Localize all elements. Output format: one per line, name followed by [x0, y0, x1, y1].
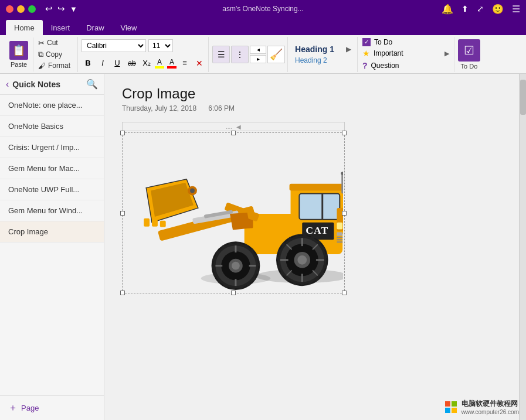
heading1-style[interactable]: Heading 1 ▶ [291, 43, 355, 55]
bullet-list-button[interactable]: ☰ [212, 46, 230, 63]
watermark: 电脑软硬件教程网 www.computer26.com [445, 399, 519, 415]
highlight-color-button[interactable]: A [155, 58, 164, 69]
sidebar-items: OneNote: one place... OneNote Basics Cri… [0, 95, 104, 395]
italic-button[interactable]: I [96, 57, 109, 70]
sidebar-item-crisis[interactable]: Crisis: Urgent / Imp... [0, 137, 104, 158]
ribbon-toolbar: 📋 Paste ✂ Cut ⧉ Copy 🖌 Format Calibri [0, 35, 526, 74]
windows-logo [445, 401, 457, 413]
close-button[interactable] [6, 5, 13, 13]
sidebar-back-icon[interactable]: ‹ [6, 79, 9, 90]
resize-handle-br[interactable] [342, 291, 347, 295]
more-menu-icon[interactable]: ☰ [512, 4, 520, 15]
scrollbar-thumb[interactable] [520, 80, 526, 115]
bold-button[interactable]: B [82, 57, 94, 70]
svg-rect-46 [337, 232, 342, 235]
add-page-icon: ＋ [8, 402, 18, 414]
copy-button[interactable]: ⧉ Copy [37, 49, 72, 60]
important-icon: ★ [362, 49, 370, 58]
svg-rect-7 [290, 184, 343, 191]
sidebar-item-onenote-place[interactable]: OneNote: one place... [0, 95, 104, 116]
sidebar-search-icon[interactable]: 🔍 [86, 78, 98, 90]
subscript-button[interactable]: X₂ [140, 57, 153, 70]
todo-checkbox: ✓ [362, 38, 371, 46]
page-title: Crop Image [122, 86, 501, 102]
time-text: 6:06 PM [208, 104, 235, 112]
paste-button[interactable]: 📋 Paste [5, 37, 33, 71]
resize-handle-tc[interactable] [231, 131, 236, 135]
copy-label: Copy [46, 50, 62, 59]
numbered-list-button[interactable]: ⋮ [231, 46, 249, 63]
format-label: Format [48, 62, 70, 70]
overflow-dots: .... [226, 124, 232, 130]
sidebar: ‹ Quick Notes 🔍 OneNote: one place... On… [0, 74, 104, 420]
watermark-site-name: 电脑软硬件教程网 [461, 399, 519, 409]
minimize-button[interactable] [17, 5, 25, 13]
redo-icon[interactable]: ↪ [57, 4, 65, 14]
svg-rect-48 [337, 239, 342, 240]
font-color-button[interactable]: A [167, 58, 177, 69]
important-tag-label: Important [374, 49, 403, 57]
clear-format-button[interactable]: ✕ [193, 57, 206, 70]
tab-home[interactable]: Home [6, 20, 43, 35]
todo-group: ☑ To Do [454, 37, 484, 72]
svg-rect-18 [160, 221, 166, 227]
increase-indent-button[interactable]: ▸ [250, 55, 266, 63]
resize-handle-bl[interactable] [120, 291, 125, 295]
svg-rect-50 [341, 173, 343, 193]
win-red-quad [445, 401, 450, 407]
resize-handle-tl[interactable] [120, 131, 125, 135]
window-controls[interactable] [6, 5, 36, 13]
sidebar-footer[interactable]: ＋ Page [0, 395, 104, 420]
cut-button[interactable]: ✂ Cut [37, 38, 72, 48]
tab-insert[interactable]: Insert [43, 20, 79, 35]
svg-point-39 [232, 262, 240, 270]
clear-button[interactable]: 🧹 [267, 46, 285, 63]
bell-icon[interactable]: 🔔 [442, 4, 453, 15]
resize-handle-bc[interactable] [231, 291, 236, 295]
underline-button[interactable]: U [111, 57, 124, 70]
image-wrapper: .... ◀ [122, 122, 345, 296]
heading2-style[interactable]: Heading 2 [291, 55, 355, 66]
sidebar-item-onenote-uwp[interactable]: OneNote UWP Full... [0, 179, 104, 200]
win-yellow-quad [452, 408, 457, 413]
sidebar-item-crop-image[interactable]: Crop Image [0, 221, 104, 243]
svg-rect-45 [337, 223, 342, 230]
strikethrough-button[interactable]: ab [125, 57, 138, 70]
tab-view[interactable]: View [113, 20, 145, 35]
more-icon[interactable]: ▼ [70, 5, 77, 13]
question-tag[interactable]: ? Question [362, 61, 449, 70]
sidebar-title: Quick Notes [12, 80, 86, 89]
copy-icon: ⧉ [38, 50, 43, 59]
emoji-icon[interactable]: 🙂 [492, 4, 504, 15]
important-tag[interactable]: ★ Important ▶ [362, 49, 449, 58]
font-size-select[interactable]: 11 [148, 39, 173, 52]
clipboard-group: 📋 Paste ✂ Cut ⧉ Copy 🖌 Format [2, 37, 78, 72]
svg-text:CAT: CAT [306, 224, 328, 236]
paste-label: Paste [11, 61, 27, 68]
svg-rect-17 [152, 220, 158, 227]
add-page-label: Page [21, 404, 39, 412]
sidebar-item-onenote-basics[interactable]: OneNote Basics [0, 116, 104, 137]
font-name-select[interactable]: Calibri [82, 39, 146, 52]
share-icon[interactable]: ⬆ [461, 4, 469, 13]
decrease-indent-button[interactable]: ◂ [250, 46, 266, 54]
align-button[interactable]: ≡ [178, 57, 191, 70]
fullscreen-icon[interactable]: ⤢ [477, 4, 484, 13]
image-frame[interactable]: CAT [122, 132, 345, 293]
sidebar-item-gem-wind[interactable]: Gem Menu for Wind... [0, 200, 104, 221]
resize-handle-mr[interactable] [342, 211, 347, 216]
resize-handle-tr[interactable] [342, 131, 347, 135]
todo-tag[interactable]: ✓ To Do [362, 38, 449, 46]
tab-draw[interactable]: Draw [78, 20, 112, 35]
undo-icon[interactable]: ↩ [45, 4, 53, 14]
todo-button[interactable]: ☑ [458, 39, 480, 62]
resize-handle-ml[interactable] [120, 211, 125, 216]
scrollbar[interactable] [519, 74, 526, 420]
maximize-button[interactable] [28, 5, 36, 13]
image-overflow-bar[interactable]: .... ◀ [122, 122, 345, 131]
sidebar-item-gem-mac[interactable]: Gem Menu for Mac... [0, 158, 104, 179]
indent-group: ◂ ▸ [250, 46, 266, 63]
format-button[interactable]: 🖌 Format [37, 61, 72, 71]
ribbon-tabs: Home Insert Draw View [0, 18, 526, 35]
heading2-label: Heading 2 [295, 56, 327, 64]
